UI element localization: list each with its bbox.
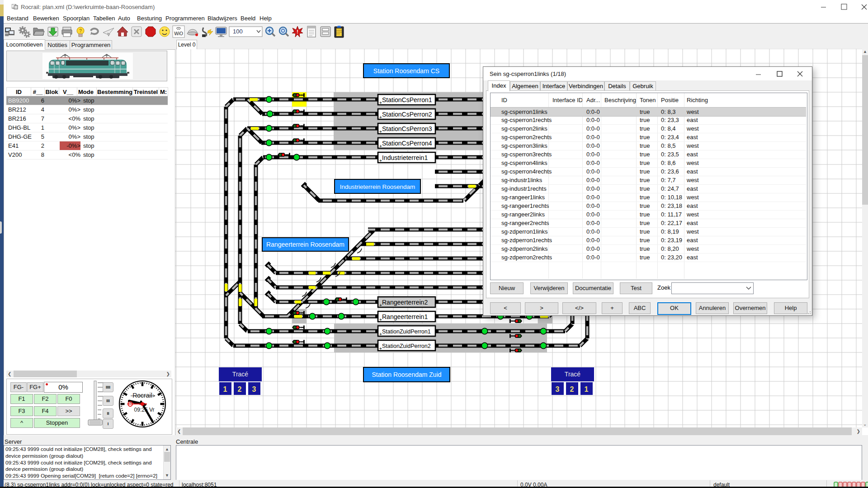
svg-text:+: + (379, 144, 382, 149)
svg-text:Station Roosendam CS: Station Roosendam CS (373, 67, 439, 75)
svg-text:+: + (379, 158, 382, 163)
svg-text:WiO: WiO (174, 31, 183, 36)
svg-text:StationZuidPerron2: StationZuidPerron2 (382, 343, 431, 349)
svg-text:Industrieterrein Roosendam: Industrieterrein Roosendam (340, 183, 415, 190)
svg-text:StationCsPerron4: StationCsPerron4 (382, 140, 432, 147)
svg-text:+: + (379, 100, 382, 105)
svg-text:3: 3 (556, 385, 560, 393)
svg-text:+: + (379, 346, 382, 351)
svg-text:1: 1 (585, 385, 589, 393)
svg-text:+: + (379, 115, 382, 120)
svg-text:!: ! (297, 29, 298, 34)
svg-text:StationCsPerron1: StationCsPerron1 (382, 96, 432, 103)
svg-text:Rangeerterrein2: Rangeerterrein2 (382, 299, 428, 306)
svg-text:Rangeerterrein Roosendam: Rangeerterrein Roosendam (266, 241, 344, 248)
svg-text:Tracé: Tracé (565, 371, 580, 378)
svg-text:Rangeerterrein1: Rangeerterrein1 (382, 313, 428, 320)
svg-text:Rocrail: Rocrail (132, 392, 152, 399)
svg-text:+: + (379, 129, 382, 134)
svg-text:2: 2 (238, 385, 242, 393)
svg-text:09:25 Vr: 09:25 Vr (134, 407, 155, 413)
svg-text:2: 2 (570, 385, 574, 393)
svg-text:StationZuidPerron1: StationZuidPerron1 (382, 328, 431, 335)
svg-text:1: 1 (223, 385, 227, 393)
svg-text:3: 3 (252, 385, 256, 393)
svg-text:+: + (379, 317, 382, 322)
svg-text:StationCsPerron2: StationCsPerron2 (382, 111, 432, 118)
svg-text:+: + (379, 332, 382, 337)
svg-text:Industrieterrein1: Industrieterrein1 (382, 154, 428, 161)
svg-text:?: ? (79, 28, 82, 33)
svg-text:Tracé: Tracé (232, 371, 248, 378)
svg-text:100: 100 (233, 28, 243, 35)
svg-text:StationCsPerron3: StationCsPerron3 (382, 125, 432, 132)
svg-text:+: + (379, 303, 382, 308)
svg-text:Station Roosendam Zuid: Station Roosendam Zuid (372, 371, 441, 378)
